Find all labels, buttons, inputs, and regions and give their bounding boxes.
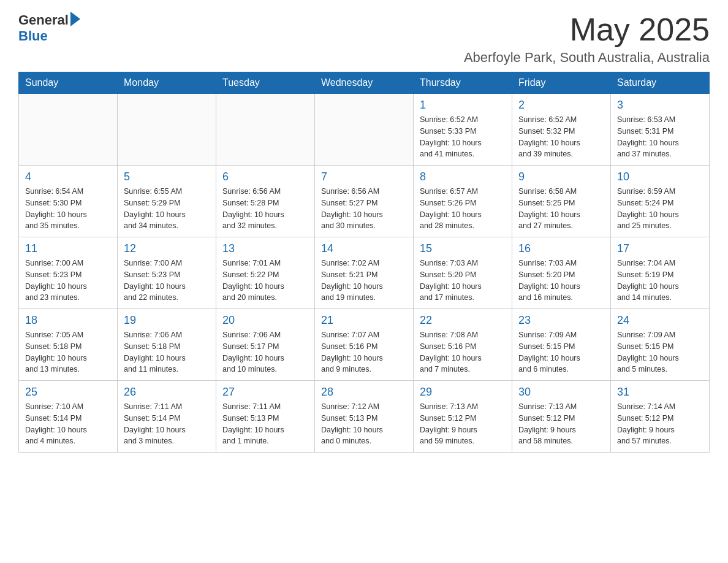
- day-info: Sunrise: 6:56 AM Sunset: 5:28 PM Dayligh…: [222, 186, 308, 232]
- calendar-day-cell: 1Sunrise: 6:52 AM Sunset: 5:33 PM Daylig…: [414, 94, 512, 166]
- day-number: 16: [518, 242, 604, 255]
- calendar-day-cell: 2Sunrise: 6:52 AM Sunset: 5:32 PM Daylig…: [512, 94, 611, 166]
- logo-general-text: General: [18, 12, 69, 28]
- day-number: 26: [124, 386, 210, 399]
- calendar-day-header: Thursday: [414, 72, 512, 94]
- day-number: 3: [617, 99, 703, 112]
- calendar-day-cell: 22Sunrise: 7:08 AM Sunset: 5:16 PM Dayli…: [414, 309, 512, 381]
- calendar-day-cell: 27Sunrise: 7:11 AM Sunset: 5:13 PM Dayli…: [216, 381, 315, 453]
- day-info: Sunrise: 6:57 AM Sunset: 5:26 PM Dayligh…: [420, 186, 506, 232]
- day-number: 23: [518, 314, 604, 327]
- day-number: 12: [124, 242, 210, 255]
- calendar-day-cell: 31Sunrise: 7:14 AM Sunset: 5:12 PM Dayli…: [611, 381, 710, 453]
- day-number: 21: [321, 314, 407, 327]
- day-number: 18: [25, 314, 111, 327]
- day-info: Sunrise: 7:03 AM Sunset: 5:20 PM Dayligh…: [518, 258, 604, 304]
- calendar-day-cell: 12Sunrise: 7:00 AM Sunset: 5:23 PM Dayli…: [118, 237, 216, 309]
- day-number: 30: [518, 386, 604, 399]
- day-info: Sunrise: 7:06 AM Sunset: 5:18 PM Dayligh…: [124, 329, 210, 375]
- calendar-week-row: 25Sunrise: 7:10 AM Sunset: 5:14 PM Dayli…: [19, 381, 710, 453]
- day-info: Sunrise: 7:09 AM Sunset: 5:15 PM Dayligh…: [617, 329, 703, 375]
- day-info: Sunrise: 6:59 AM Sunset: 5:24 PM Dayligh…: [617, 186, 703, 232]
- calendar-day-header: Sunday: [19, 72, 118, 94]
- day-info: Sunrise: 7:14 AM Sunset: 5:12 PM Dayligh…: [617, 401, 703, 447]
- day-number: 29: [420, 386, 506, 399]
- calendar-week-row: 18Sunrise: 7:05 AM Sunset: 5:18 PM Dayli…: [19, 309, 710, 381]
- calendar-day-cell: 3Sunrise: 6:53 AM Sunset: 5:31 PM Daylig…: [611, 94, 710, 166]
- calendar-day-header: Tuesday: [216, 72, 315, 94]
- calendar-day-header: Wednesday: [315, 72, 414, 94]
- day-info: Sunrise: 7:13 AM Sunset: 5:12 PM Dayligh…: [420, 401, 506, 447]
- calendar-day-cell: 5Sunrise: 6:55 AM Sunset: 5:29 PM Daylig…: [118, 166, 216, 237]
- day-info: Sunrise: 7:01 AM Sunset: 5:22 PM Dayligh…: [222, 258, 308, 304]
- calendar-day-cell: 20Sunrise: 7:06 AM Sunset: 5:17 PM Dayli…: [216, 309, 315, 381]
- day-info: Sunrise: 6:52 AM Sunset: 5:32 PM Dayligh…: [518, 114, 604, 160]
- day-number: 20: [222, 314, 308, 327]
- calendar-day-header: Friday: [512, 72, 611, 94]
- day-number: 14: [321, 242, 407, 255]
- day-info: Sunrise: 7:07 AM Sunset: 5:16 PM Dayligh…: [321, 329, 407, 375]
- calendar-day-cell: 10Sunrise: 6:59 AM Sunset: 5:24 PM Dayli…: [611, 166, 710, 237]
- day-info: Sunrise: 6:53 AM Sunset: 5:31 PM Dayligh…: [617, 114, 703, 160]
- day-number: 9: [518, 170, 604, 183]
- month-title: May 2025: [464, 12, 710, 47]
- day-info: Sunrise: 7:02 AM Sunset: 5:21 PM Dayligh…: [321, 258, 407, 304]
- day-info: Sunrise: 7:00 AM Sunset: 5:23 PM Dayligh…: [124, 258, 210, 304]
- calendar-day-cell: 4Sunrise: 6:54 AM Sunset: 5:30 PM Daylig…: [19, 166, 118, 237]
- day-info: Sunrise: 7:03 AM Sunset: 5:20 PM Dayligh…: [420, 258, 506, 304]
- calendar-day-cell: [315, 94, 414, 166]
- calendar-day-cell: 15Sunrise: 7:03 AM Sunset: 5:20 PM Dayli…: [414, 237, 512, 309]
- calendar-day-header: Saturday: [611, 72, 710, 94]
- title-block: May 2025 Aberfoyle Park, South Australia…: [464, 12, 710, 66]
- day-info: Sunrise: 7:13 AM Sunset: 5:12 PM Dayligh…: [518, 401, 604, 447]
- day-info: Sunrise: 7:09 AM Sunset: 5:15 PM Dayligh…: [518, 329, 604, 375]
- calendar-day-cell: 26Sunrise: 7:11 AM Sunset: 5:14 PM Dayli…: [118, 381, 216, 453]
- day-info: Sunrise: 7:11 AM Sunset: 5:13 PM Dayligh…: [222, 401, 308, 447]
- calendar-day-cell: 9Sunrise: 6:58 AM Sunset: 5:25 PM Daylig…: [512, 166, 611, 237]
- day-number: 11: [25, 242, 111, 255]
- location-title: Aberfoyle Park, South Australia, Austral…: [464, 50, 710, 66]
- day-info: Sunrise: 6:58 AM Sunset: 5:25 PM Dayligh…: [518, 186, 604, 232]
- day-number: 27: [222, 386, 308, 399]
- day-number: 25: [25, 386, 111, 399]
- calendar-day-cell: 8Sunrise: 6:57 AM Sunset: 5:26 PM Daylig…: [414, 166, 512, 237]
- day-number: 15: [420, 242, 506, 255]
- calendar-day-cell: 7Sunrise: 6:56 AM Sunset: 5:27 PM Daylig…: [315, 166, 414, 237]
- calendar-day-cell: 14Sunrise: 7:02 AM Sunset: 5:21 PM Dayli…: [315, 237, 414, 309]
- day-number: 17: [617, 242, 703, 255]
- calendar-day-cell: 30Sunrise: 7:13 AM Sunset: 5:12 PM Dayli…: [512, 381, 611, 453]
- calendar-day-cell: 29Sunrise: 7:13 AM Sunset: 5:12 PM Dayli…: [414, 381, 512, 453]
- calendar-day-cell: 21Sunrise: 7:07 AM Sunset: 5:16 PM Dayli…: [315, 309, 414, 381]
- day-info: Sunrise: 7:08 AM Sunset: 5:16 PM Dayligh…: [420, 329, 506, 375]
- calendar-day-cell: 25Sunrise: 7:10 AM Sunset: 5:14 PM Dayli…: [19, 381, 118, 453]
- logo: General Blue: [18, 12, 80, 44]
- day-info: Sunrise: 7:11 AM Sunset: 5:14 PM Dayligh…: [124, 401, 210, 447]
- calendar-week-row: 1Sunrise: 6:52 AM Sunset: 5:33 PM Daylig…: [19, 94, 710, 166]
- day-number: 28: [321, 386, 407, 399]
- calendar-table: SundayMondayTuesdayWednesdayThursdayFrid…: [18, 72, 710, 453]
- calendar-day-cell: 6Sunrise: 6:56 AM Sunset: 5:28 PM Daylig…: [216, 166, 315, 237]
- logo-blue-text: Blue: [18, 28, 48, 44]
- day-number: 22: [420, 314, 506, 327]
- day-number: 5: [124, 170, 210, 183]
- calendar-day-cell: 17Sunrise: 7:04 AM Sunset: 5:19 PM Dayli…: [611, 237, 710, 309]
- calendar-day-cell: [19, 94, 118, 166]
- calendar-day-cell: 13Sunrise: 7:01 AM Sunset: 5:22 PM Dayli…: [216, 237, 315, 309]
- calendar-day-cell: 24Sunrise: 7:09 AM Sunset: 5:15 PM Dayli…: [611, 309, 710, 381]
- calendar-day-cell: 11Sunrise: 7:00 AM Sunset: 5:23 PM Dayli…: [19, 237, 118, 309]
- logo-arrow-icon: [70, 12, 80, 26]
- day-number: 8: [420, 170, 506, 183]
- day-info: Sunrise: 7:06 AM Sunset: 5:17 PM Dayligh…: [222, 329, 308, 375]
- day-number: 1: [420, 99, 506, 112]
- calendar-header-row: SundayMondayTuesdayWednesdayThursdayFrid…: [19, 72, 710, 94]
- day-number: 13: [222, 242, 308, 255]
- day-info: Sunrise: 7:12 AM Sunset: 5:13 PM Dayligh…: [321, 401, 407, 447]
- day-info: Sunrise: 6:56 AM Sunset: 5:27 PM Dayligh…: [321, 186, 407, 232]
- calendar-day-cell: 16Sunrise: 7:03 AM Sunset: 5:20 PM Dayli…: [512, 237, 611, 309]
- day-info: Sunrise: 6:52 AM Sunset: 5:33 PM Dayligh…: [420, 114, 506, 160]
- day-info: Sunrise: 7:04 AM Sunset: 5:19 PM Dayligh…: [617, 258, 703, 304]
- day-number: 10: [617, 170, 703, 183]
- calendar-day-cell: 23Sunrise: 7:09 AM Sunset: 5:15 PM Dayli…: [512, 309, 611, 381]
- calendar-week-row: 4Sunrise: 6:54 AM Sunset: 5:30 PM Daylig…: [19, 166, 710, 237]
- day-number: 2: [518, 99, 604, 112]
